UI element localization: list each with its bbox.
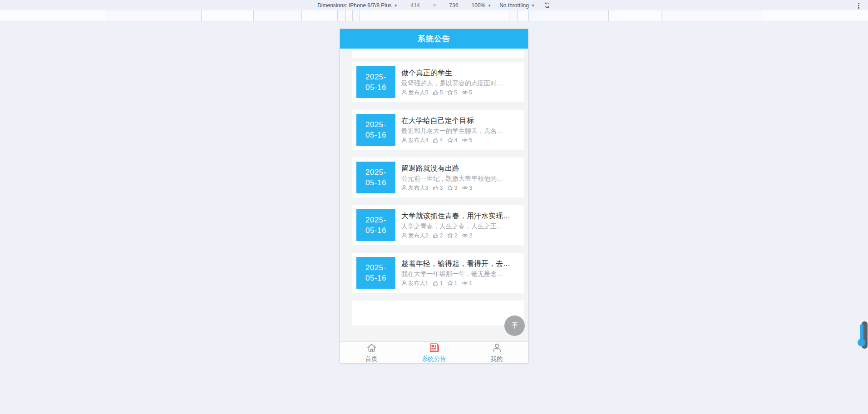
thermometer-bulb (858, 339, 865, 346)
throttling-dropdown[interactable]: No throttling ▼ (499, 2, 535, 9)
announcement-summary: 大学之青春，人生之春，人生之王… (401, 221, 520, 232)
media-query-segment[interactable] (609, 10, 661, 21)
star-icon (447, 137, 453, 143)
date-top: 2025- (365, 119, 386, 130)
media-query-segment[interactable] (0, 10, 106, 21)
announcement-card[interactable]: 2025- 05-16 在大学给自己定个目标 最近和几名大一的学生聊天，几名… … (352, 110, 524, 150)
star-icon (447, 185, 453, 191)
date-badge: 2025- 05-16 (356, 66, 395, 98)
views-count: 2 (469, 232, 472, 240)
date-top: 2025- (365, 215, 386, 225)
likes-count: 5 (439, 89, 443, 97)
media-query-segment[interactable] (529, 10, 609, 21)
partially-scrolled-card[interactable] (352, 49, 524, 58)
dimensions-separator: × (433, 2, 436, 9)
tab-profile-label: 我的 (491, 355, 503, 363)
thumbs-up-icon (433, 280, 439, 286)
announcement-title: 趁着年轻，输得起，看得开，去… (401, 259, 520, 269)
device-viewport: 系统公告 2025- 05-16 做个真正的学生 最坚强的人，是以宽容的态度面对… (340, 29, 528, 363)
announcement-meta: 发布人5 5 5 5 (401, 89, 520, 97)
eye-icon (462, 137, 468, 143)
chevron-down-icon: ▼ (531, 4, 535, 8)
views-count: 1 (469, 279, 472, 287)
date-bottom: 05-16 (365, 177, 386, 188)
tab-bar: 首页 系统公告 我的 (340, 341, 528, 363)
person-icon (401, 280, 407, 286)
back-to-top-button[interactable] (504, 315, 525, 336)
views-count: 5 (469, 89, 472, 97)
chevron-down-icon: ▼ (394, 4, 398, 8)
announcement-card[interactable]: 2025- 05-16 做个真正的学生 最坚强的人，是以宽容的态度面对… 发布人… (352, 62, 524, 102)
date-bottom: 05-16 (365, 273, 386, 283)
arrow-to-top-icon (510, 320, 520, 332)
announcement-card[interactable]: 2025- 05-16 大学就该抓住青春，用汗水实现… 大学之青春，人生之春，人… (352, 205, 524, 245)
thermometer-widget[interactable] (857, 320, 868, 350)
likes-count: 4 (439, 136, 443, 144)
likes-count: 3 (439, 184, 443, 192)
favorites-count: 5 (454, 89, 457, 97)
device-toolbar: Dimensions: iPhone 6/7/8 Plus ▼ 414 × 73… (0, 0, 868, 11)
media-query-segment[interactable] (106, 10, 202, 21)
media-query-segment[interactable] (761, 10, 868, 21)
publisher-label: 发布人1 (408, 279, 428, 287)
announcement-summary: 我在大学一年级那一年，毫无悬念… (401, 269, 520, 279)
date-bottom: 05-16 (365, 82, 386, 93)
tab-home-label: 首页 (365, 355, 378, 363)
eye-icon (462, 232, 468, 238)
device-type-label: Dimensions: iPhone 6/7/8 Plus (317, 2, 391, 9)
media-query-bar[interactable] (0, 10, 868, 21)
date-badge: 2025- 05-16 (356, 209, 395, 241)
announcement-title: 大学就该抓住青春，用汗水实现… (401, 211, 520, 221)
user-icon (491, 342, 503, 355)
announcement-list[interactable]: 2025- 05-16 做个真正的学生 最坚强的人，是以宽容的态度面对… 发布人… (340, 49, 528, 341)
announcement-title: 留退路就没有出路 (401, 163, 520, 173)
media-query-segment[interactable] (302, 10, 338, 21)
media-query-segment[interactable] (360, 10, 509, 21)
announcement-title: 做个真正的学生 (401, 68, 520, 78)
media-query-segment[interactable] (353, 10, 360, 21)
tab-profile[interactable]: 我的 (465, 342, 528, 363)
announcement-meta: 发布人4 4 4 5 (401, 136, 520, 144)
announcement-summary: 最坚强的人，是以宽容的态度面对… (401, 78, 520, 89)
date-bottom: 05-16 (365, 225, 386, 236)
media-query-segment[interactable] (518, 10, 529, 21)
date-badge: 2025- 05-16 (356, 114, 395, 146)
thermometer-stem (860, 324, 863, 340)
zoom-dropdown[interactable]: 100% ▼ (472, 2, 492, 9)
viewport-height-input[interactable]: 736 (444, 2, 464, 9)
media-query-segment[interactable] (254, 10, 302, 21)
star-icon (447, 232, 453, 238)
announcement-summary: 公元前一世纪，凯撒大帝率领他的… (401, 173, 520, 184)
likes-count: 1 (439, 279, 443, 287)
favorites-count: 4 (454, 136, 457, 144)
tab-home[interactable]: 首页 (340, 342, 403, 363)
announcement-card[interactable]: 2025- 05-16 趁着年轻，输得起，看得开，去… 我在大学一年级那一年，毫… (352, 253, 524, 293)
announcement-meta: 发布人3 3 3 3 (401, 184, 520, 192)
announcement-card[interactable]: 2025- 05-16 留退路就没有出路 公元前一世纪，凯撒大帝率领他的… 发布… (352, 158, 524, 197)
announcement-title: 在大学给自己定个目标 (401, 116, 520, 126)
tab-announcements[interactable]: 系统公告 (403, 342, 465, 363)
app-header: 系统公告 (340, 29, 528, 49)
star-icon (447, 280, 453, 286)
chevron-down-icon: ▼ (488, 4, 491, 8)
kebab-menu-icon[interactable] (855, 1, 862, 10)
newspaper-icon (429, 342, 440, 355)
viewport-width-input[interactable]: 414 (406, 2, 425, 9)
star-icon (447, 89, 453, 95)
media-query-segment[interactable] (661, 10, 761, 21)
media-query-segment[interactable] (202, 10, 254, 21)
tab-announcements-label: 系统公告 (422, 355, 446, 363)
likes-count: 2 (439, 232, 443, 240)
thumbs-up-icon (433, 89, 439, 95)
media-query-segment[interactable] (509, 10, 518, 21)
media-query-segment[interactable] (346, 10, 353, 21)
rotate-device-icon[interactable] (544, 2, 551, 9)
media-query-segment[interactable] (338, 10, 346, 21)
device-type-dropdown[interactable]: Dimensions: iPhone 6/7/8 Plus ▼ (317, 2, 397, 9)
views-count: 3 (469, 184, 472, 192)
eye-icon (462, 89, 468, 95)
date-top: 2025- (365, 262, 386, 273)
thumbs-up-icon (433, 137, 439, 143)
date-badge: 2025- 05-16 (356, 257, 395, 289)
views-count: 5 (469, 136, 472, 144)
